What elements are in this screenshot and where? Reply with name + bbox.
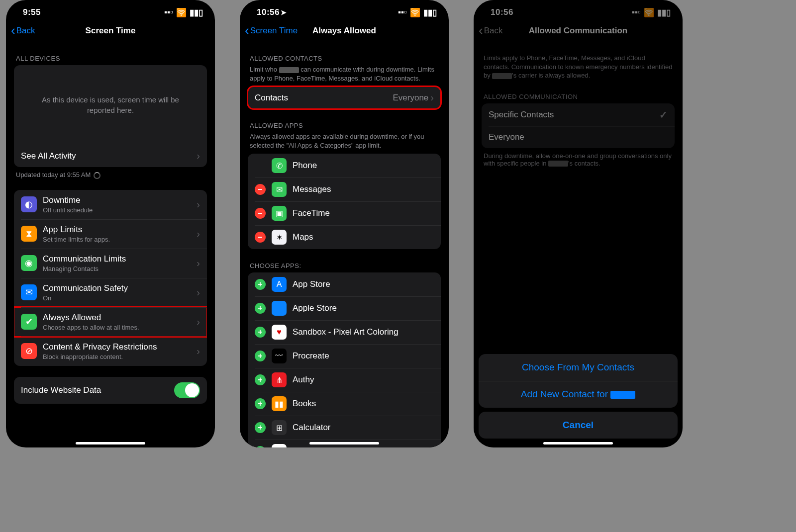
remove-button[interactable]: – <box>255 208 266 219</box>
add-button[interactable]: + <box>255 398 266 409</box>
navbar: ‹ Screen Time Always Allowed <box>240 20 449 42</box>
allowed-app-maps: – ✶ Maps <box>248 225 441 249</box>
wifi-icon: 🛜 <box>644 7 654 18</box>
calculator-icon: ⊞ <box>272 420 287 435</box>
check-icon: ✓ <box>659 109 668 121</box>
navbar: ‹ Back Screen Time <box>6 20 215 42</box>
maps-app-icon: ✶ <box>272 230 287 245</box>
section-header-choose-apps: CHOOSE APPS: <box>250 262 439 269</box>
add-button[interactable]: + <box>255 303 266 314</box>
back-button[interactable]: ‹ Back <box>11 25 35 37</box>
chevron-right-icon: › <box>197 228 200 240</box>
back-button[interactable]: ‹ Screen Time <box>245 25 298 37</box>
row-communication-limits[interactable]: ◉ Communication Limits Managing Contacts… <box>14 249 207 278</box>
action-sheet: Choose From My Contacts Add New Contact … <box>479 354 678 443</box>
allowed-app-messages: – ✉ Messages <box>248 177 441 201</box>
battery-icon: ▮▮▯ <box>657 7 671 18</box>
remove-button[interactable]: – <box>255 232 266 243</box>
section-header-all-devices: ALL DEVICES <box>16 55 205 62</box>
downtime-icon: ◐ <box>21 196 37 212</box>
add-button[interactable]: + <box>255 279 266 290</box>
remove-button[interactable]: – <box>255 184 266 195</box>
choose-app-authy: + ⋔ Authy <box>248 368 441 392</box>
allowed-apps-list: ✆ Phone – ✉ Messages – ▣ FaceTime – ✶ Ma… <box>248 154 441 249</box>
choose-app-procreate: + 〰 Procreate <box>248 344 441 368</box>
choose-app-apple-store: + Apple Store <box>248 296 441 320</box>
sandbox-icon: ♥ <box>272 325 287 340</box>
add-button[interactable]: + <box>255 422 266 433</box>
wifi-icon: 🛜 <box>176 7 187 18</box>
chevron-right-icon: › <box>197 346 200 357</box>
navbar: ‹ Back Allowed Communication <box>474 20 683 42</box>
messages-app-icon: ✉ <box>272 182 287 197</box>
row-contacts[interactable]: Contacts Everyone › <box>248 87 441 109</box>
status-time: 9:55 <box>23 7 41 17</box>
content-privacy-icon: ⊘ <box>21 343 37 359</box>
chevron-left-icon: ‹ <box>479 24 483 37</box>
phone-always-allowed: 10:56➤ ▪▪▫ 🛜 ▮▮▯ ‹ Screen Time Always Al… <box>240 0 449 447</box>
status-time: 10:56 <box>491 7 513 17</box>
updated-label: Updated today at 9:55 AM <box>16 171 205 179</box>
books-icon: ▮▮ <box>272 396 287 411</box>
phone-allowed-communication: 10:56 ▪▪▫ 🛜 ▮▮▯ ‹ Back Allowed Communica… <box>474 0 683 447</box>
apple-store-icon <box>272 301 287 316</box>
phone-screen-time: 9:55 ▪▪▫ 🛜 ▮▮▯ ‹ Back Screen Time ALL DE… <box>6 0 215 447</box>
section-header-allowed-communication: ALLOWED COMMUNICATION <box>484 93 673 100</box>
app-store-icon: A <box>272 277 287 292</box>
footer-description: During downtime, allow one-on-one and gr… <box>484 152 673 167</box>
home-indicator[interactable] <box>543 442 613 444</box>
action-cancel[interactable]: Cancel <box>479 412 678 439</box>
spinner-icon <box>94 172 100 179</box>
action-choose-from-contacts[interactable]: Choose From My Contacts <box>479 354 678 381</box>
add-button[interactable]: + <box>255 327 266 338</box>
row-always-allowed[interactable]: ✔ Always Allowed Choose apps to allow at… <box>14 307 207 337</box>
status-bar: 10:56➤ ▪▪▫ 🛜 ▮▮▯ <box>240 0 449 20</box>
row-content-privacy[interactable]: ⊘ Content & Privacy Restrictions Block i… <box>14 337 207 366</box>
row-app-limits[interactable]: ⧗ App Limits Set time limits for apps. › <box>14 219 207 249</box>
battery-icon: ▮▮▯ <box>423 7 437 18</box>
settings-list: ◐ Downtime Off until schedule › ⧗ App Li… <box>14 190 207 366</box>
chevron-right-icon: › <box>197 287 200 298</box>
choose-app-books: + ▮▮ Books <box>248 392 441 416</box>
wifi-icon: 🛜 <box>410 7 420 18</box>
page-title: Allowed Communication <box>474 26 683 36</box>
row-communication-safety[interactable]: ✉ Communication Safety On › <box>14 278 207 307</box>
section-desc-allowed-apps: Always allowed apps are available during… <box>250 132 439 150</box>
see-all-activity-row[interactable]: See All Activity › <box>14 145 207 167</box>
home-indicator[interactable] <box>309 442 379 444</box>
communication-limits-icon: ◉ <box>21 255 37 271</box>
procreate-icon: 〰 <box>272 349 287 363</box>
battery-icon: ▮▮▯ <box>190 7 203 18</box>
status-time: 10:56 <box>257 7 280 17</box>
home-indicator[interactable] <box>76 442 145 444</box>
status-bar: 10:56 ▪▪▫ 🛜 ▮▮▯ <box>474 0 683 20</box>
facetime-app-icon: ▣ <box>272 206 287 221</box>
row-downtime[interactable]: ◐ Downtime Off until schedule › <box>14 190 207 219</box>
section-header-allowed-apps: ALLOWED APPS <box>250 122 439 129</box>
page-title: Screen Time <box>6 26 215 36</box>
back-button[interactable]: ‹ Back <box>479 25 502 37</box>
add-button[interactable]: + <box>255 351 266 361</box>
communication-safety-icon: ✉ <box>21 284 37 300</box>
authy-icon: ⋔ <box>272 372 287 387</box>
option-specific-contacts[interactable]: Specific Contacts ✓ <box>482 103 675 126</box>
description: Limits apply to Phone, FaceTime, Message… <box>484 54 673 80</box>
option-everyone[interactable]: Everyone <box>482 126 675 148</box>
status-bar: 9:55 ▪▪▫ 🛜 ▮▮▯ <box>6 0 215 20</box>
add-button[interactable]: + <box>255 446 266 447</box>
toggle-on[interactable] <box>174 382 200 398</box>
choose-app-calculator: + ⊞ Calculator <box>248 416 441 440</box>
section-desc-allowed-contacts: Limit who can communicate with during do… <box>250 65 439 83</box>
location-icon: ➤ <box>281 8 287 16</box>
signal-icon: ▪▪▫ <box>398 7 407 17</box>
choose-app-app-store: + A App Store <box>248 272 441 296</box>
action-add-new-contact[interactable]: Add New Contact for <box>479 381 678 408</box>
screen-time-chart-placeholder: As this device is used, screen time will… <box>14 65 207 145</box>
row-include-website-data[interactable]: Include Website Data <box>14 377 207 404</box>
chevron-left-icon: ‹ <box>11 24 15 37</box>
chevron-right-icon: › <box>197 150 200 162</box>
chevron-right-icon: › <box>430 92 434 103</box>
app-limits-icon: ⧗ <box>21 226 37 242</box>
chevron-right-icon: › <box>197 199 200 210</box>
add-button[interactable]: + <box>255 374 266 385</box>
